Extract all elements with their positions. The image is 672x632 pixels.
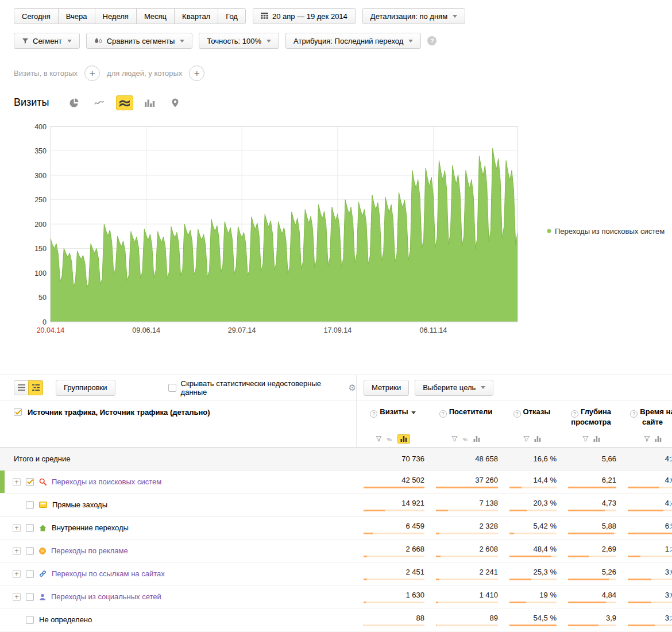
metric-value: 6,21 bbox=[602, 476, 616, 484]
column-header-3[interactable]: ?Глубина просмотра bbox=[561, 400, 621, 430]
period-button-1[interactable]: Вчера bbox=[58, 8, 95, 24]
choose-goal-button[interactable]: Выберите цель bbox=[415, 380, 493, 396]
funnel-filter-icon[interactable] bbox=[376, 436, 382, 442]
metric-value: 2 328 bbox=[479, 522, 498, 530]
hide-unreliable-checkbox[interactable] bbox=[168, 384, 176, 392]
metrica-dashboard: СегодняВчераНеделяМесяцКварталГод 20 апр… bbox=[0, 0, 672, 632]
flat-view-button[interactable] bbox=[14, 380, 29, 395]
detalization-button[interactable]: Детализация: по дням bbox=[362, 8, 465, 24]
attribution-button[interactable]: Атрибуция: Последний переход bbox=[285, 33, 421, 49]
metrics-button[interactable]: Метрики bbox=[364, 380, 409, 396]
metric-cell: 6 459 bbox=[357, 517, 429, 539]
metric-value: 3,9 bbox=[606, 614, 616, 622]
row-label[interactable]: Переходы по ссылкам на сайтах bbox=[52, 569, 165, 578]
svg-text:%: % bbox=[463, 436, 468, 442]
period-button-4[interactable]: Квартал bbox=[174, 8, 218, 24]
metric-bar bbox=[436, 533, 439, 534]
period-button-2[interactable]: Неделя bbox=[95, 8, 137, 24]
visits-area-series[interactable] bbox=[51, 148, 517, 322]
bars-filter-icon[interactable] bbox=[397, 434, 410, 444]
groupings-button[interactable]: Группировки bbox=[56, 380, 115, 396]
accuracy-button[interactable]: Точность: 100% bbox=[199, 33, 279, 49]
table-rows: +Переходы из поисковых систем42 50237 26… bbox=[0, 471, 672, 631]
pie-chart-icon[interactable] bbox=[65, 95, 83, 110]
line-chart-icon[interactable] bbox=[91, 95, 108, 110]
column-help-icon[interactable]: ? bbox=[439, 410, 447, 418]
chevron-down-icon bbox=[267, 40, 271, 43]
row-checkbox[interactable] bbox=[26, 478, 34, 486]
metric-cell: 1:38 bbox=[621, 539, 672, 562]
compare-segments-button[interactable]: Сравнить сегменты bbox=[86, 33, 193, 49]
funnel-filter-icon[interactable] bbox=[582, 436, 589, 442]
y-axis-label: 150 bbox=[34, 245, 47, 253]
row-checkbox[interactable] bbox=[26, 501, 34, 509]
visits-chart[interactable]: 05010015020025030035040020.04.1409.06.14… bbox=[0, 122, 672, 341]
funnel-filter-icon[interactable] bbox=[451, 436, 458, 442]
row-checkbox[interactable] bbox=[26, 547, 34, 555]
metric-value: 88 bbox=[416, 614, 424, 622]
column-header-0[interactable]: ?Визиты bbox=[357, 400, 429, 430]
legend-label[interactable]: Переходы из поисковых систем bbox=[555, 227, 665, 236]
funnel-icon bbox=[22, 38, 29, 44]
bars-filter-icon[interactable] bbox=[534, 436, 541, 442]
percent-filter-icon[interactable]: % bbox=[462, 436, 469, 442]
row-label[interactable]: Переходы из поисковых систем bbox=[52, 477, 161, 486]
gear-icon[interactable]: ⚙ bbox=[349, 383, 356, 393]
period-button-0[interactable]: Сегодня bbox=[14, 8, 59, 24]
expand-button[interactable]: + bbox=[13, 547, 21, 555]
metric-bar-track bbox=[568, 556, 616, 557]
metric-cell: 1 410 bbox=[429, 585, 503, 608]
metric-bar bbox=[436, 602, 438, 603]
column-help-icon[interactable]: ? bbox=[630, 410, 638, 418]
expand-button[interactable]: + bbox=[13, 524, 21, 532]
tree-view-button[interactable] bbox=[28, 380, 43, 395]
percent-filter-icon[interactable]: % bbox=[387, 436, 393, 442]
metric-cell: 3:05 bbox=[621, 562, 672, 585]
expand-button[interactable]: + bbox=[13, 570, 21, 578]
row-label[interactable]: Переходы из социальных сетей bbox=[51, 592, 161, 601]
row-checkbox[interactable] bbox=[26, 570, 34, 578]
expand-button[interactable]: + bbox=[13, 593, 21, 601]
selected-row-indicator bbox=[0, 471, 5, 493]
add-visits-condition-button[interactable]: + bbox=[84, 65, 100, 81]
bars-filter-icon[interactable] bbox=[655, 436, 662, 442]
column-header-4[interactable]: ?Время на сайте bbox=[621, 400, 672, 430]
row-checkbox[interactable] bbox=[26, 616, 34, 624]
funnel-filter-icon[interactable] bbox=[523, 436, 530, 442]
period-toolbar: СегодняВчераНеделяМесяцКварталГод 20 апр… bbox=[0, 8, 672, 24]
row-label[interactable]: Переходы по рекламе bbox=[51, 546, 128, 555]
table-row: +Переходы по ссылкам на сайтах2 4512 241… bbox=[0, 562, 672, 585]
column-help-icon[interactable]: ? bbox=[513, 410, 521, 418]
segment-button[interactable]: Сегмент bbox=[14, 33, 80, 49]
y-axis-label: 200 bbox=[34, 221, 47, 229]
expand-button[interactable]: + bbox=[13, 478, 21, 486]
row-dimension-cell: Прямые заходы bbox=[0, 494, 357, 516]
column-help-icon[interactable]: ? bbox=[571, 410, 578, 418]
period-button-3[interactable]: Месяц bbox=[136, 8, 175, 24]
filter-cell-3 bbox=[561, 430, 621, 447]
row-checkbox[interactable] bbox=[26, 524, 34, 532]
help-icon[interactable]: ? bbox=[427, 36, 437, 45]
add-people-condition-button[interactable]: + bbox=[189, 65, 204, 81]
column-chart-icon[interactable] bbox=[141, 95, 159, 110]
bars-filter-icon[interactable] bbox=[593, 436, 600, 442]
date-range-button[interactable]: 20 апр — 19 дек 2014 bbox=[253, 8, 356, 24]
period-button-5[interactable]: Год bbox=[218, 8, 246, 24]
metric-value: 14,4 % bbox=[534, 476, 557, 484]
x-axis-label: 20.04.14 bbox=[37, 326, 65, 334]
column-header-1[interactable]: ?Посетители bbox=[429, 400, 503, 430]
area-chart-icon[interactable] bbox=[116, 95, 133, 110]
funnel-filter-icon[interactable] bbox=[644, 436, 650, 442]
metric-cell: 2 668 bbox=[357, 539, 429, 562]
metric-bar-track bbox=[509, 602, 557, 603]
row-dimension-cell: +Переходы из социальных сетей bbox=[0, 585, 357, 608]
column-header-2[interactable]: ?Отказы bbox=[503, 400, 561, 430]
dimension-checkbox[interactable] bbox=[14, 408, 22, 416]
bars-filter-icon[interactable] bbox=[473, 436, 480, 442]
column-help-icon[interactable]: ? bbox=[370, 410, 377, 418]
chevron-down-icon bbox=[408, 40, 413, 43]
map-chart-icon[interactable] bbox=[167, 95, 184, 110]
dimension-header-cell: Источник трафика, Источник трафика (дета… bbox=[0, 400, 357, 430]
row-checkbox[interactable] bbox=[26, 593, 34, 601]
visits-chart-svg[interactable]: 05010015020025030035040020.04.1409.06.14… bbox=[0, 122, 672, 339]
